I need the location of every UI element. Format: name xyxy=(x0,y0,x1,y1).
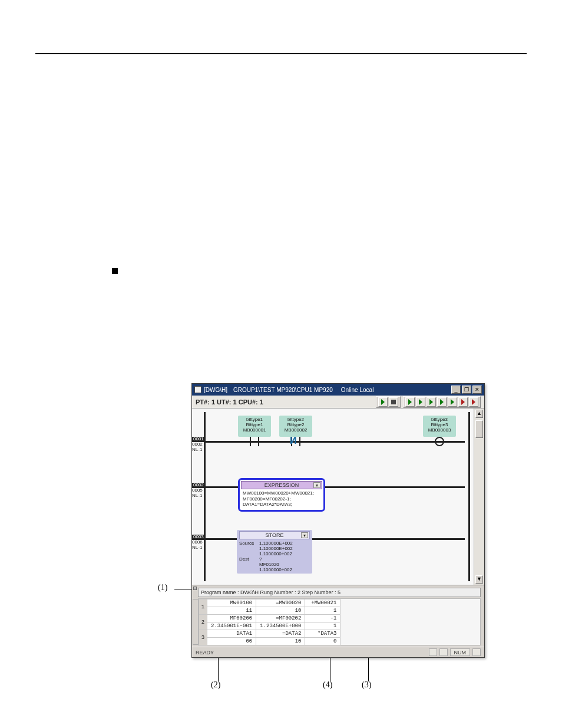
title-path: GROUP1\TEST MP920\CPU1 MP920 xyxy=(233,387,333,393)
contact-block-2[interactable]: bittype2 Bittype2 MB000002 xyxy=(279,416,312,437)
stop-button[interactable] xyxy=(389,397,398,407)
app-icon xyxy=(194,386,201,393)
rung-1-label: 0001 0002 NL-1 xyxy=(192,437,217,452)
current-value-panel[interactable]: 1 MW00100 =MW00020 +MW00021 11 10 1 2 MF… xyxy=(198,598,481,645)
store-expand-icon[interactable]: ▾ xyxy=(301,532,308,538)
right-rail xyxy=(468,412,470,581)
pt-ut-cpu-label: PT#: 1 UT#: 1 CPU#: 1 xyxy=(196,398,263,406)
store-block[interactable]: STORE ▾ Source1.100000E+002 1.100000E+00… xyxy=(237,530,312,574)
title-mode: Online Local xyxy=(341,387,374,393)
expression-expand-icon[interactable]: ▾ xyxy=(313,482,320,488)
callout-1: (1) xyxy=(158,583,167,592)
callout-1-line xyxy=(174,589,192,589)
row-index: 1 xyxy=(199,599,207,615)
program-info-header: Program name : DWG\H Rung Number : 2 Ste… xyxy=(198,588,481,597)
square-bullet xyxy=(112,268,118,274)
page-divider xyxy=(35,53,527,54)
window-controls: _ ❐ ✕ xyxy=(451,386,482,394)
status-bar: READY NUM xyxy=(192,647,484,657)
minimize-button[interactable]: _ xyxy=(451,386,461,394)
contact-block-1[interactable]: bittype1 Bittype1 MB000001 xyxy=(238,416,271,437)
scroll-thumb[interactable] xyxy=(475,420,483,438)
rung-2-label: 0002 0005 NL-1 xyxy=(192,483,217,498)
rung-3-label: 0003 0006 NL-1 xyxy=(192,535,217,550)
no-contact-icon xyxy=(246,437,263,446)
panel-side-tab[interactable] xyxy=(193,599,199,645)
step-button-4[interactable] xyxy=(437,397,447,407)
scroll-down-icon[interactable]: ▼ xyxy=(475,575,483,584)
store-header: STORE ▾ xyxy=(239,531,310,539)
vertical-scrollbar[interactable]: ▲ ▼ xyxy=(474,409,484,585)
step-button-2[interactable] xyxy=(416,397,425,407)
table-row: 2.345001E-001 1.234500E+000 1 xyxy=(199,622,340,630)
step-button-7[interactable] xyxy=(469,397,478,407)
nc-contact-icon: И xyxy=(287,437,304,446)
scroll-up-icon[interactable]: ▲ xyxy=(475,410,483,418)
restore-button[interactable]: ❐ xyxy=(462,386,471,394)
table-row: 2 MF00200 =MF00202 -1 xyxy=(199,615,340,622)
table-row: 11 10 1 xyxy=(199,607,340,615)
play-button[interactable] xyxy=(378,397,388,407)
status-ready: READY xyxy=(196,650,214,655)
callout-3: (3) xyxy=(362,680,371,690)
table-row: 1 MW00100 =MW00020 +MW00021 xyxy=(199,599,340,607)
play-toolbar xyxy=(376,396,401,408)
table-row: 3 DATA1 =DATA2 *DATA3 xyxy=(199,630,340,638)
callout-2-line xyxy=(218,658,219,681)
status-cell-empty-2 xyxy=(439,648,448,656)
row-index: 3 xyxy=(199,630,207,645)
title-bar[interactable]: [DWG\H] GROUP1\TEST MP920\CPU1 MP920 Onl… xyxy=(192,384,484,396)
status-cell-empty-3 xyxy=(472,648,481,656)
coil-block-3[interactable]: bittype3 Bittype3 MB000003 xyxy=(423,416,456,437)
callout-2: (2) xyxy=(211,680,220,690)
close-button[interactable]: ✕ xyxy=(472,386,482,394)
step-button-3[interactable] xyxy=(427,397,436,407)
expression-body: MW00100=MW00020+MW00021; MF00200=MF00202… xyxy=(241,489,322,509)
step-button-1[interactable] xyxy=(405,397,415,407)
ladder-editor[interactable]: 0001 0002 NL-1 bittype1 Bittype1 MB00000… xyxy=(192,409,484,585)
row-index: 2 xyxy=(199,615,207,630)
status-num: NUM xyxy=(450,648,471,656)
step-toolbar xyxy=(403,396,481,408)
rung-1-wire xyxy=(206,441,465,443)
step-button-6[interactable] xyxy=(458,397,468,407)
table-row: 00 10 0 xyxy=(199,638,340,645)
status-cell-empty-1 xyxy=(429,648,437,656)
app-window: [DWG\H] GROUP1\TEST MP920\CPU1 MP920 Onl… xyxy=(191,383,485,658)
title-doc: [DWG\H] xyxy=(204,387,227,393)
step-button-5[interactable] xyxy=(448,397,457,407)
value-table: 1 MW00100 =MW00020 +MW00021 11 10 1 2 MF… xyxy=(199,599,340,645)
panel-splitter-handle[interactable] xyxy=(193,587,197,590)
coil-icon xyxy=(435,437,444,446)
expression-block[interactable]: EXPRESSION ▾ MW00100=MW00020+MW00021; MF… xyxy=(238,478,325,512)
expression-header: EXPRESSION ▾ xyxy=(241,481,322,489)
sub-header: PT#: 1 UT#: 1 CPU#: 1 xyxy=(192,396,484,409)
callout-4: (4) xyxy=(323,680,332,690)
